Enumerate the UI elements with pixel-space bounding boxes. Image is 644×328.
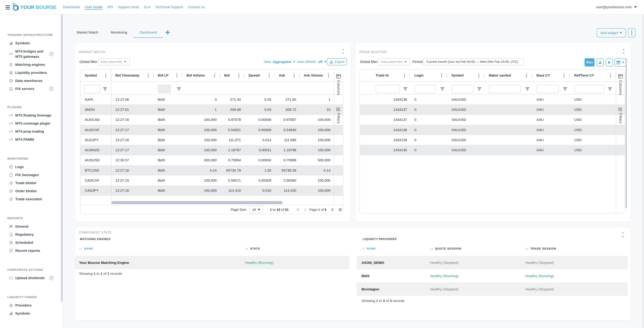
svg-text:$: $ [10,198,12,200]
svg-text:¥: ¥ [10,64,12,66]
svg-text:$: $ [10,190,12,192]
svg-text:$: $ [10,182,12,184]
svg-text:S: S [10,88,12,90]
